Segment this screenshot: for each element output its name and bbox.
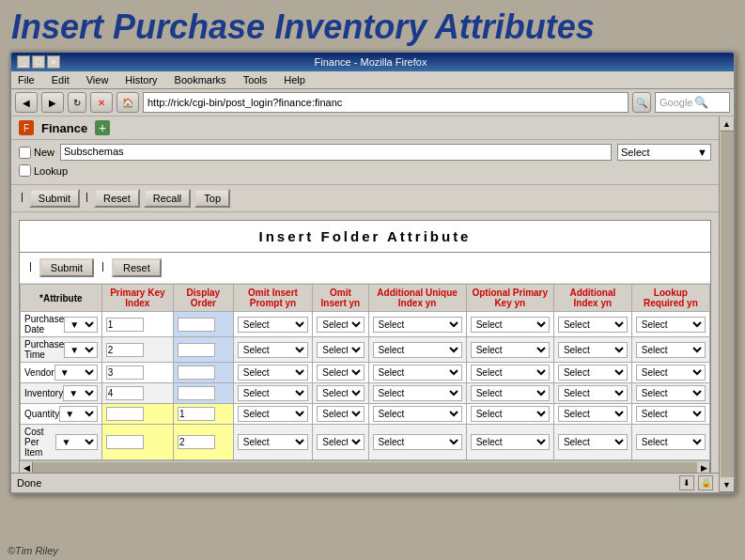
subschemas-input[interactable]: Subschemas [60,144,612,161]
select-dropdown-0[interactable]: Select [238,365,308,381]
maximize-button[interactable]: □ [32,55,45,69]
select-dropdown-2[interactable]: Select [373,317,462,333]
attribute-select[interactable]: ▼ [54,365,98,381]
select-dropdown-0[interactable]: Select [238,434,308,450]
display-order-input[interactable] [178,386,215,400]
key-index-input[interactable] [106,407,144,421]
display-order-input[interactable] [178,366,215,380]
key-index-input[interactable] [106,318,144,332]
select-dropdown-4[interactable]: Select [558,342,628,358]
home-button[interactable]: 🏠 [116,92,139,113]
new-checkbox[interactable] [19,147,31,159]
select-dropdown-1[interactable]: Select [317,365,364,381]
search-bar[interactable]: Google 🔍 [655,92,730,113]
select-dropdown-5[interactable]: Select [636,406,706,422]
select-dropdown-2[interactable]: Select [373,385,462,401]
forward-button[interactable]: ▶ [41,92,64,113]
menu-bookmarks[interactable]: Bookmarks [172,73,229,86]
display-order-input[interactable] [178,343,215,357]
select-dropdown-4[interactable]: Select [558,406,628,422]
select-dropdown-5[interactable]: Select [636,365,706,381]
address-bar[interactable]: http://rick/cgi-bin/post_login?finance:f… [143,92,629,113]
new-checkbox-label[interactable]: New [19,147,54,159]
menu-edit[interactable]: Edit [49,73,72,86]
attribute-select[interactable]: ▼ [64,342,97,358]
select-dropdown-2[interactable]: Select [373,406,462,422]
select-dropdown-1[interactable]: Select [317,434,364,450]
select-dropdown-3[interactable]: Select [471,365,550,381]
horizontal-scrollbar[interactable]: ◀ ▶ [20,460,710,473]
menu-help[interactable]: Help [281,73,308,86]
select-dropdown-4[interactable]: Select [558,317,628,333]
select-dropdown-1[interactable]: Select [317,317,364,333]
copyright: ©Tim Riley [8,545,58,556]
menu-file[interactable]: File [15,73,38,86]
scroll-down-button[interactable]: ▼ [720,477,735,492]
lookup-checkbox-label[interactable]: Lookup [19,164,68,177]
stop-button[interactable]: ✕ [90,92,113,113]
attribute-select[interactable]: ▼ [59,406,97,422]
select-dropdown-3[interactable]: Select [471,317,550,333]
minimize-button[interactable]: _ [17,55,30,69]
reset-button[interactable]: Reset [94,189,140,208]
select-dropdown-2[interactable]: Select [373,434,462,450]
select-dropdown[interactable]: Select ▼ [617,144,711,161]
select-dropdown-5[interactable]: Select [636,385,706,401]
select-dropdown-4[interactable]: Select [558,365,628,381]
refresh-button[interactable]: ↻ [68,92,86,113]
top-button[interactable]: Top [194,189,230,208]
select-dropdown-2[interactable]: Select [373,342,462,358]
inner-submit-button[interactable]: Submit [39,258,94,277]
close-button[interactable]: × [47,55,60,69]
select-dropdown-3[interactable]: Select [471,342,550,358]
scroll-track-horizontal[interactable] [33,462,697,474]
scroll-left-button[interactable]: ◀ [20,461,33,474]
key-index-input[interactable] [106,435,144,449]
select-dropdown-4[interactable]: Select [558,385,628,401]
key-index-input[interactable] [106,343,144,357]
attribute-select[interactable]: ▼ [64,317,97,333]
display-order-input[interactable] [178,407,215,421]
right-scrollbar[interactable]: ▲ ▼ [719,117,734,492]
security-icon[interactable]: 🔒 [698,475,713,490]
select-dropdown-5[interactable]: Select [636,434,706,450]
display-order-input[interactable] [178,318,215,332]
attribute-name-cell: Vendor▼ [21,363,102,383]
select-dropdown-0[interactable]: Select [238,317,308,333]
back-button[interactable]: ◀ [15,92,38,113]
scroll-right-button[interactable]: ▶ [697,461,710,474]
select-dropdown-5[interactable]: Select [636,342,706,358]
display-order-input[interactable] [178,435,215,449]
inner-reset-button[interactable]: Reset [112,258,162,277]
lookup-checkbox[interactable] [19,164,31,177]
scroll-track-vertical[interactable] [721,132,734,477]
folder-title: Insert Folder Attribute [20,221,710,253]
select-dropdown-1[interactable]: Select [317,385,364,401]
select-dropdown-1[interactable]: Select [317,406,364,422]
select-dropdown-0[interactable]: Select [238,406,308,422]
table-container: *Attribute Primary Key Index Display Ord… [20,284,710,460]
attribute-select[interactable]: ▼ [55,434,97,450]
download-icon[interactable]: ⬇ [679,475,694,490]
select-dropdown-3[interactable]: Select [471,434,550,450]
add-button[interactable]: + [95,120,110,135]
key-index-input[interactable] [106,386,144,400]
menu-tools[interactable]: Tools [241,73,271,86]
select-dropdown-3[interactable]: Select [471,406,550,422]
select-dropdown-3[interactable]: Select [471,385,550,401]
select-dropdown-0[interactable]: Select [238,342,308,358]
select-dropdown-4[interactable]: Select [558,434,628,450]
scroll-up-button[interactable]: ▲ [720,117,735,132]
key-index-input[interactable] [106,366,144,380]
col-additional-index: Additional Index yn [553,285,631,312]
menu-view[interactable]: View [84,73,112,86]
select-dropdown-1[interactable]: Select [317,342,364,358]
attribute-select[interactable]: ▼ [63,385,98,401]
select-dropdown-5[interactable]: Select [636,317,706,333]
search-go-button[interactable]: 🔍 [632,92,651,113]
menu-history[interactable]: History [122,73,160,86]
recall-button[interactable]: Recall [144,189,192,208]
select-dropdown-2[interactable]: Select [373,365,462,381]
submit-button[interactable]: Submit [29,189,80,208]
select-dropdown-0[interactable]: Select [238,385,308,401]
